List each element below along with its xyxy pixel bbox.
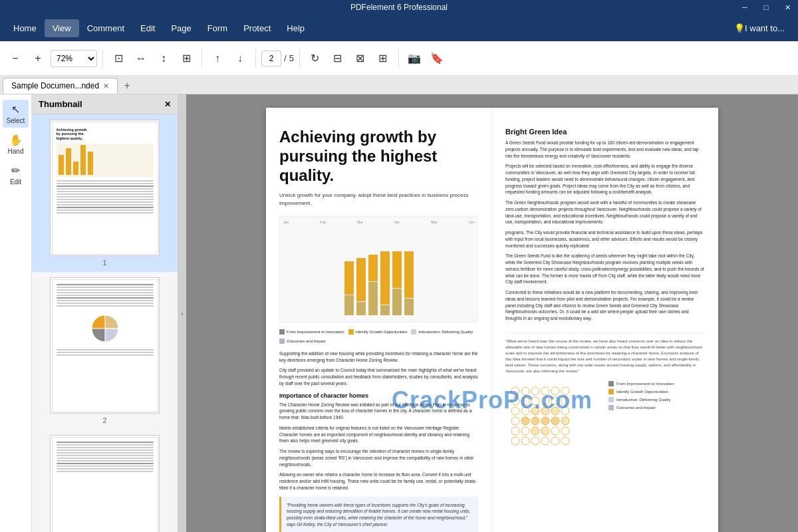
- right-body-4: programs. The City would provide financi…: [505, 229, 705, 249]
- svg-point-19: [511, 417, 519, 425]
- tool-hand-label: Hand: [8, 148, 24, 155]
- thumbnail-panel: Thumbnail ✕ Achieving growthby pursuing …: [32, 94, 178, 532]
- crop2-button[interactable]: ⊟: [328, 49, 348, 68]
- toolbar: − + 72% 50% 100% 150% ⊡ ↔ ↕ ⊞ ↑ ↓ / 5 ↻ …: [0, 41, 798, 76]
- menu-edit[interactable]: Edit: [132, 19, 163, 37]
- section-heading-importance: Importance of character homes: [279, 392, 478, 399]
- fit-page-button[interactable]: ⊡: [108, 49, 128, 68]
- bar-group-4: [380, 251, 390, 315]
- mini-line-8: [57, 199, 154, 200]
- svg-point-22: [541, 417, 549, 425]
- bar-5b: [392, 289, 402, 315]
- tool-edit[interactable]: ✏ Edit: [3, 161, 29, 189]
- legend-label-2: Identify Growth Opportunities: [356, 330, 408, 334]
- i-want-to[interactable]: 💡 I want to...: [726, 19, 793, 37]
- svg-point-30: [561, 427, 569, 435]
- chart-bars: [344, 235, 414, 315]
- thumbnail-close-icon[interactable]: ✕: [164, 100, 171, 109]
- svg-point-7: [511, 397, 519, 405]
- right-legend-4: Outcomes and Impact: [608, 405, 705, 410]
- maximize-button[interactable]: □: [755, 0, 777, 15]
- separator-2: [201, 49, 202, 68]
- menu-page[interactable]: Page: [163, 19, 199, 37]
- right-legend-text-1: From Improvement to Innovation: [616, 382, 674, 386]
- menu-comment[interactable]: Comment: [79, 19, 132, 37]
- mini-line-3: [57, 186, 154, 187]
- right-legend-dot-1: [608, 381, 614, 386]
- menu-protect[interactable]: Protect: [235, 19, 279, 37]
- svg-point-17: [551, 407, 559, 415]
- page-1-left: Achieving growth by pursuing the highest…: [266, 108, 492, 532]
- menu-home[interactable]: Home: [5, 19, 45, 37]
- zoom-select[interactable]: 72% 50% 100% 150%: [51, 50, 97, 67]
- thumbnail-page-2[interactable]: 2: [32, 272, 178, 430]
- tab-document[interactable]: Sample Documen...nded ✕: [3, 78, 118, 94]
- menu-view[interactable]: View: [45, 19, 79, 37]
- svg-point-23: [551, 417, 559, 425]
- mini-line-3-6: [57, 455, 154, 456]
- thumbnail-page-3[interactable]: 3: [32, 430, 178, 532]
- svg-point-24: [561, 417, 569, 425]
- svg-point-5: [551, 387, 559, 395]
- mini-line-3-9: [57, 463, 154, 464]
- fit-height-button[interactable]: ↕: [154, 49, 174, 68]
- mini-lines-1: [53, 179, 158, 216]
- crop-button[interactable]: ⊞: [176, 49, 196, 68]
- mini-line-3-11: [57, 468, 154, 469]
- bookmark-button[interactable]: 🔖: [427, 49, 447, 68]
- mini-chart-1: [57, 144, 154, 177]
- rotate-button[interactable]: ↻: [305, 49, 325, 68]
- mini-line-3-8: [57, 460, 154, 462]
- split-button[interactable]: ⊠: [350, 49, 370, 68]
- svg-point-32: [521, 437, 529, 445]
- menu-help[interactable]: Help: [279, 19, 313, 37]
- collapse-handle[interactable]: ‹: [178, 94, 186, 532]
- scroll-down-button[interactable]: ↓: [230, 49, 250, 68]
- zoom-in-button[interactable]: +: [28, 49, 48, 68]
- mini-line-2-5: [57, 295, 154, 296]
- legend-2: Identify Growth Opportunities: [348, 329, 408, 334]
- svg-point-25: [511, 427, 519, 435]
- right-legend-3: Introduction: Delivering Quality: [608, 397, 705, 402]
- close-button[interactable]: ✕: [777, 0, 798, 15]
- right-body-6: Connected to these initiatives would be …: [505, 289, 705, 322]
- circles-pattern: [505, 381, 602, 468]
- bar-5a: [392, 251, 402, 288]
- menu-form[interactable]: Form: [200, 19, 235, 37]
- tool-hand[interactable]: ✋ Hand: [3, 130, 29, 158]
- tool-select[interactable]: ↖ Select: [3, 100, 29, 128]
- svg-point-21: [531, 417, 539, 425]
- right-legend-dot-4: [608, 405, 614, 410]
- zoom-out-button[interactable]: −: [5, 49, 25, 68]
- right-footnote: "What we've heard over the course of the…: [505, 332, 705, 374]
- thumbnail-image-3: [50, 435, 160, 532]
- arrange-button[interactable]: ⊞: [373, 49, 393, 68]
- mini-line-1: [57, 180, 154, 182]
- minimize-button[interactable]: ─: [734, 0, 755, 15]
- separator-4: [299, 49, 300, 68]
- lightbulb-icon: 💡: [734, 23, 745, 33]
- legend-label-1: From Improvement to Innovation: [287, 330, 344, 334]
- legend-dot-3: [411, 329, 416, 334]
- page-number-input[interactable]: [261, 51, 281, 66]
- svg-point-18: [561, 407, 569, 415]
- right-legend-area: From Improvement to Innovation Identify …: [608, 381, 705, 413]
- scroll-up-button[interactable]: ↑: [207, 49, 227, 68]
- mini-page-3: [52, 437, 158, 533]
- page-navigation: / 5: [261, 51, 294, 66]
- screenshot-button[interactable]: 📷: [404, 49, 424, 68]
- fit-width-button[interactable]: ↔: [131, 49, 151, 68]
- mini-line-2-1: [57, 284, 154, 285]
- mini-line-2b-2: [57, 352, 154, 353]
- thumbnail-page-1[interactable]: Achieving growthby pursuing thehighest q…: [32, 114, 178, 272]
- svg-point-12: [561, 397, 569, 405]
- tabs-bar: Sample Documen...nded ✕ +: [0, 76, 798, 94]
- document-view[interactable]: Achieving growth by pursuing the highest…: [186, 94, 798, 532]
- legend-label-3: Introduction: Delivering Quality: [418, 330, 473, 334]
- mini-line-2-2: [57, 287, 154, 288]
- mini-line-6: [57, 194, 154, 195]
- tab-add-button[interactable]: +: [119, 78, 135, 94]
- separator-3: [255, 49, 256, 68]
- tab-close-icon[interactable]: ✕: [103, 82, 109, 90]
- svg-point-9: [531, 397, 539, 405]
